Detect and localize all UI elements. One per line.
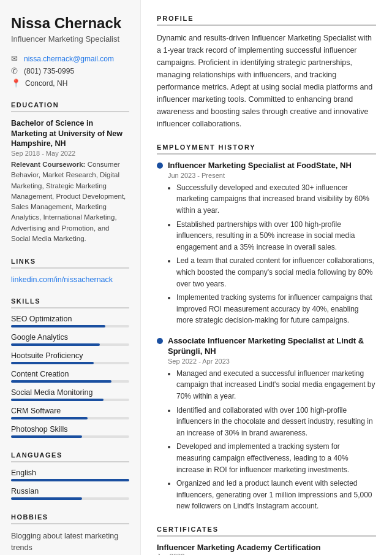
language-bar-fill — [11, 497, 82, 500]
location-icon: 📍 — [11, 78, 21, 88]
resume-container: Nissa Chernack Influencer Marketing Spec… — [0, 0, 392, 555]
job-bullets: Managed and executed a successful influe… — [168, 368, 376, 512]
skill-bar-fill — [11, 399, 104, 401]
sidebar: Nissa Chernack Influencer Marketing Spec… — [0, 0, 141, 555]
skill-item: Google Analytics — [11, 333, 129, 346]
cert-title: Influencer Marketing Academy Certificati… — [157, 543, 376, 552]
job-dot — [157, 338, 163, 344]
skill-bar-fill — [11, 380, 111, 383]
coursework-text: Consumer Behavior, Market Research, Digi… — [11, 161, 126, 242]
job-date: Jun 2023 - Present — [168, 172, 376, 179]
skill-item: Content Creation — [11, 370, 129, 383]
skill-item: CRM Software — [11, 407, 129, 419]
edu-coursework: Relevant Coursework: Consumer Behavior, … — [11, 159, 129, 244]
language-bar-bg — [11, 479, 129, 481]
job-bullet: Led a team that curated content for infl… — [176, 255, 376, 289]
skill-bar-bg — [11, 435, 129, 438]
job-bullets: Successfully developed and executed 30+ … — [168, 182, 376, 326]
candidate-title: Influencer Marketing Specialist — [11, 34, 129, 45]
job-date: Sep 2022 - Apr 2023 — [168, 358, 376, 365]
email-item: ✉ nissa.chernack@gmail.com — [11, 54, 129, 63]
hobbies-section-title: HOBBIES — [11, 513, 129, 524]
skills-section-title: SKILLS — [11, 297, 129, 308]
skill-bar-fill — [11, 343, 100, 346]
email-icon: ✉ — [11, 54, 20, 63]
phone-icon: ✆ — [11, 66, 20, 75]
skill-bar-bg — [11, 325, 129, 327]
job-bullet: Identified and collaborated with over 10… — [176, 405, 376, 439]
job-bullet: Established partnerships with over 100 h… — [176, 219, 376, 253]
skill-label: Social Media Monitoring — [11, 388, 129, 397]
languages-section-title: LANGUAGES — [11, 451, 129, 462]
profile-section-title: PROFILE — [157, 15, 376, 26]
language-item: Russian — [11, 487, 129, 500]
language-label: Russian — [11, 487, 129, 496]
job-entry: Influencer Marketing Specialist at FoodS… — [157, 161, 376, 326]
certificates-list: Influencer Marketing Academy Certificati… — [157, 543, 376, 555]
skill-item: SEO Optimization — [11, 315, 129, 327]
job-bullet: Organized and led a product launch event… — [176, 478, 376, 512]
skills-list: SEO Optimization Google Analytics Hootsu… — [11, 315, 129, 438]
coursework-label: Relevant Coursework: — [11, 161, 85, 168]
language-bar-bg — [11, 497, 129, 500]
skill-bar-bg — [11, 343, 129, 346]
skill-bar-fill — [11, 417, 88, 419]
job-title-line: Associate Influencer Marketing Specialis… — [157, 336, 376, 357]
skill-bar-bg — [11, 417, 129, 419]
main-content: PROFILE Dynamic and results-driven Influ… — [141, 0, 392, 555]
email-link[interactable]: nissa.chernack@gmail.com — [24, 55, 114, 63]
job-title-line: Influencer Marketing Specialist at FoodS… — [157, 161, 376, 171]
language-item: English — [11, 469, 129, 481]
skill-label: Hootsuite Proficiency — [11, 351, 129, 360]
language-bar-fill — [11, 479, 129, 481]
skill-label: CRM Software — [11, 407, 129, 415]
candidate-name: Nissa Chernack — [11, 15, 129, 32]
skill-label: Content Creation — [11, 370, 129, 378]
skill-bar-fill — [11, 325, 105, 327]
phone-text: (801) 735-0995 — [24, 67, 74, 75]
skill-bar-bg — [11, 399, 129, 401]
skill-bar-fill — [11, 362, 94, 364]
skill-item: Photoshop Skills — [11, 425, 129, 438]
linkedin-link-item: linkedin.com/in/nissachernack — [11, 275, 129, 284]
phone-item: ✆ (801) 735-0995 — [11, 66, 129, 75]
edu-degree: Bachelor of Science in Marketing at Univ… — [11, 118, 129, 148]
skill-item: Social Media Monitoring — [11, 388, 129, 401]
language-label: English — [11, 469, 129, 477]
skill-label: Google Analytics — [11, 333, 129, 342]
job-bullet: Developed and implemented a tracking sys… — [176, 441, 376, 475]
skill-bar-bg — [11, 362, 129, 364]
skill-label: Photoshop Skills — [11, 425, 129, 434]
jobs-list: Influencer Marketing Specialist at FoodS… — [157, 161, 376, 512]
contact-info: ✉ nissa.chernack@gmail.com ✆ (801) 735-0… — [11, 54, 129, 88]
linkedin-link[interactable]: linkedin.com/in/nissachernack — [11, 275, 113, 284]
certificates-section-title: CERTIFICATES — [157, 526, 376, 537]
job-bullet: Successfully developed and executed 30+ … — [176, 182, 376, 216]
skill-bar-bg — [11, 380, 129, 383]
location-text: Concord, NH — [25, 79, 67, 88]
skill-item: Hootsuite Proficiency — [11, 351, 129, 364]
links-section-title: LINKS — [11, 258, 129, 269]
job-title: Influencer Marketing Specialist at FoodS… — [168, 161, 352, 171]
location-item: 📍 Concord, NH — [11, 78, 129, 88]
education-section-title: EDUCATION — [11, 101, 129, 112]
languages-list: English Russian — [11, 469, 129, 500]
job-title: Associate Influencer Marketing Specialis… — [168, 336, 376, 357]
cert-date: Jan 2022 — [157, 553, 376, 555]
skill-label: SEO Optimization — [11, 315, 129, 323]
hobbies-text: Blogging about latest marketing trends — [11, 530, 129, 554]
employment-section-title: EMPLOYMENT HISTORY — [157, 144, 376, 155]
profile-text: Dynamic and results-driven Influencer Ma… — [157, 32, 376, 130]
certificate-entry: Influencer Marketing Academy Certificati… — [157, 543, 376, 555]
skill-bar-fill — [11, 435, 82, 438]
job-bullet: Managed and executed a successful influe… — [176, 368, 376, 402]
edu-date: Sep 2018 - May 2022 — [11, 150, 129, 157]
job-dot — [157, 163, 163, 169]
job-entry: Associate Influencer Marketing Specialis… — [157, 336, 376, 512]
job-bullet: Implemented tracking systems for influen… — [176, 292, 376, 326]
